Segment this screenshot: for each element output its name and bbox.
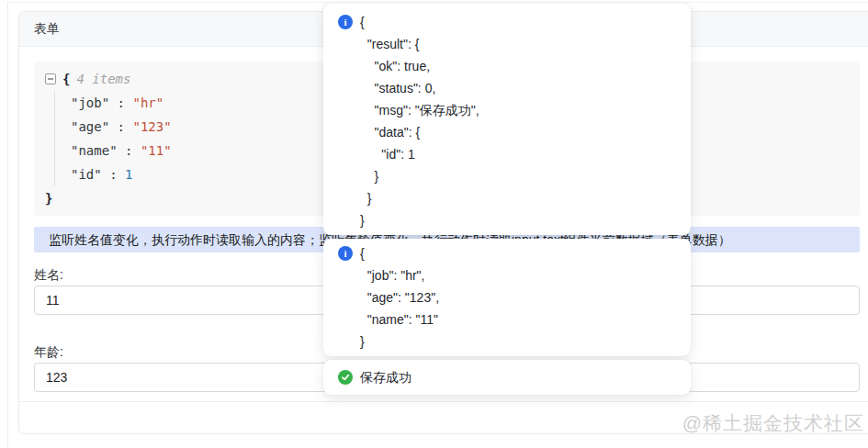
success-check-icon [338, 370, 353, 385]
toast-result-json[interactable]: i { "result": { "ok": true, "status": 0,… [323, 4, 691, 235]
json-colon: : [118, 143, 141, 158]
info-icon-glyph: i [344, 248, 346, 259]
json-key: "age" [71, 119, 109, 134]
info-icon: i [338, 246, 353, 261]
toast-json-content: { "result": { "ok": true, "status": 0, "… [360, 11, 479, 231]
toast-save-success[interactable]: 保存成功 [323, 360, 691, 395]
info-icon: i [338, 15, 353, 29]
panel-title: 表单 [34, 21, 60, 38]
json-colon: : [109, 119, 132, 134]
toast-stack: i { "result": { "ok": true, "status": 0,… [323, 4, 691, 398]
json-colon: : [102, 167, 125, 182]
open-brace: { [62, 67, 70, 91]
json-colon: : [109, 95, 132, 110]
toast-form-data-json[interactable]: i { "job": "hr", "age": "123", "name": "… [323, 239, 691, 356]
json-key: "name" [71, 143, 118, 158]
info-icon-glyph: i [344, 17, 346, 28]
toast-message: 保存成功 [360, 366, 411, 388]
watermark-text: @稀土掘金技术社区 [682, 410, 864, 436]
json-value: "123" [132, 119, 171, 134]
json-key: "job" [71, 95, 109, 110]
json-value: 1 [125, 167, 132, 182]
collapse-minus-icon[interactable] [45, 73, 56, 84]
items-count-label: 4 items [76, 67, 130, 91]
json-value: "11" [141, 143, 172, 158]
toast-json-content: { "job": "hr", "age": "123", "name": "11… [360, 242, 439, 353]
page-root: 表单 { 4 items "job" : "hr" "ag [0, 0, 868, 448]
json-value: "hr" [132, 95, 163, 110]
json-key: "id" [71, 167, 102, 182]
